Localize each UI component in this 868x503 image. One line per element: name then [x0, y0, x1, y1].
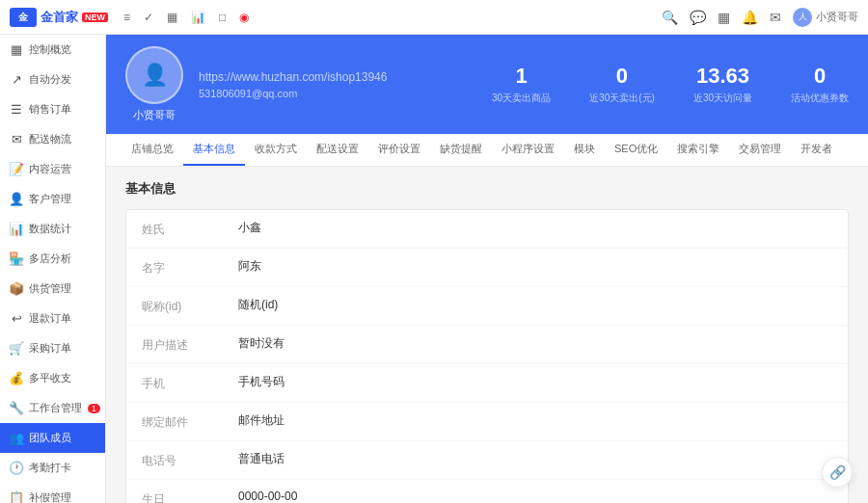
sidebar-label-customer: 客户管理: [29, 192, 71, 206]
stat-revenue-label: 近30天卖出(元): [589, 92, 655, 105]
sidebar-item-shipping[interactable]: ✉ 配送物流: [0, 124, 105, 154]
stat-visits-value: 13.63: [693, 64, 752, 89]
sidebar-item-member[interactable]: 👥 团队成员: [0, 423, 105, 453]
sidebar-label-content: 内容运营: [29, 162, 71, 176]
sidebar-item-customer[interactable]: 👤 客户管理: [0, 184, 105, 214]
form-row-birthday: 生日 0000-00-00: [126, 480, 848, 503]
sidebar-item-data[interactable]: 📊 数据统计: [0, 214, 105, 244]
form-row-phone: 手机 手机号码: [126, 364, 848, 403]
search-icon[interactable]: 🔍: [662, 10, 678, 25]
sidebar-label-refund: 退款订单: [29, 311, 71, 326]
nav-circle[interactable]: ◉: [239, 11, 249, 24]
bell-icon[interactable]: 🔔: [742, 10, 758, 25]
profile-info: https://www.huzhan.com/ishop13946 531806…: [199, 70, 476, 99]
form-row-description: 用户描述 暂时没有: [126, 326, 848, 364]
stat-visits-label: 近30天访问量: [693, 92, 752, 105]
email-icon[interactable]: ✉: [770, 10, 781, 25]
float-action-btn[interactable]: 🔗: [822, 457, 853, 488]
supplement-icon: 📋: [10, 491, 23, 504]
tab-search[interactable]: 搜索引擎: [667, 134, 729, 166]
member-icon: 👥: [10, 432, 23, 445]
sidebar-item-supplement[interactable]: 📋 补假管理: [0, 483, 105, 503]
sidebar-item-multistore[interactable]: 🏪 多店分析: [0, 244, 105, 274]
value-tel: 普通电话: [238, 451, 832, 467]
profile-url: https://www.huzhan.com/ishop13946: [199, 70, 476, 84]
sidebar-item-content[interactable]: 📝 内容运营: [0, 154, 105, 184]
user-avatar: 人: [793, 8, 812, 27]
tab-overview[interactable]: 店铺总览: [122, 134, 183, 166]
workbench-badge: 1: [88, 404, 100, 413]
topbar-user[interactable]: 人 小贤哥哥: [793, 8, 858, 27]
label-phone: 手机: [142, 374, 238, 392]
value-email: 邮件地址: [238, 412, 832, 429]
tab-comment[interactable]: 评价设置: [368, 134, 430, 166]
logo[interactable]: 金 金首家 NEW: [10, 8, 108, 27]
form-row-nickname: 昵称(id) 随机(id): [126, 287, 848, 326]
logo-icon: 金: [10, 8, 37, 27]
grid-icon[interactable]: ▦: [718, 10, 730, 25]
stat-sold-value: 1: [492, 64, 551, 89]
finance-icon: 💰: [10, 372, 23, 385]
main-layout: ▦ 控制概览 ↗ 自动分发 ☰ 销售订单 ✉ 配送物流 📝 内容运营 👤 客户管…: [0, 35, 868, 503]
sidebar-item-order[interactable]: ☰ 销售订单: [0, 94, 105, 124]
sidebar-item-refund[interactable]: ↩ 退款订单: [0, 304, 105, 333]
topbar-nav: ≡ ✓ ▦ 📊 □ ◉: [123, 11, 249, 24]
value-phone: 手机号码: [238, 374, 832, 390]
sidebar-item-purchase[interactable]: 🛒 采购订单: [0, 333, 105, 363]
avatar: 👤: [125, 46, 183, 104]
sidebar-item-workbench[interactable]: 🔧 工作台管理 1: [0, 393, 105, 423]
topbar: 金 金首家 NEW ≡ ✓ ▦ 📊 □ ◉ 🔍 💬 ▦ 🔔 ✉ 人 小贤哥哥: [0, 0, 868, 35]
form-row-lastname: 姓氏 小鑫: [126, 210, 848, 249]
sidebar-label-data: 数据统计: [29, 222, 71, 236]
content-icon: 📝: [10, 163, 23, 176]
customer-icon: 👤: [10, 193, 23, 206]
tab-payment[interactable]: 收款方式: [245, 134, 307, 166]
stat-coupons-label: 活动优惠券数: [791, 92, 849, 105]
nav-check[interactable]: ✓: [144, 11, 153, 24]
tab-dev[interactable]: 开发者: [791, 134, 842, 166]
stat-sold-label: 30天卖出商品: [492, 92, 551, 105]
profile-email: 531806091@qq.com: [199, 88, 476, 99]
sidebar-item-timecard[interactable]: 🕐 考勤打卡: [0, 453, 105, 483]
form-row-tel: 电话号 普通电话: [126, 441, 848, 480]
sidebar-label-supplement: 补假管理: [29, 490, 71, 503]
value-birthday: 0000-00-00: [238, 490, 832, 503]
nav-chart[interactable]: 📊: [191, 11, 205, 24]
value-lastname: 小鑫: [238, 220, 832, 236]
label-birthday: 生日: [142, 490, 238, 503]
label-lastname: 姓氏: [142, 220, 238, 238]
message-icon[interactable]: 💬: [690, 10, 706, 25]
sidebar-label-auto: 自动分发: [29, 72, 71, 87]
tab-delivery[interactable]: 配送设置: [307, 134, 368, 166]
content-area: 👤 小贤哥哥 https://www.huzhan.com/ishop13946…: [106, 35, 868, 503]
form-row-firstname: 名字 阿东: [126, 249, 848, 287]
value-description: 暂时没有: [238, 335, 832, 352]
sidebar-label-purchase: 采购订单: [29, 341, 71, 356]
form-row-email: 绑定邮件 邮件地址: [126, 403, 848, 441]
value-nickname: 随机(id): [238, 297, 832, 313]
nav-grid[interactable]: ▦: [167, 11, 177, 24]
form-content: 基本信息 姓氏 小鑫 名字 阿东 昵称(id) 随机(id) 用户描述 暂时没有: [106, 167, 868, 503]
sidebar-item-overview[interactable]: ▦ 控制概览: [0, 35, 105, 65]
tab-stock[interactable]: 缺货提醒: [430, 134, 492, 166]
multistore-icon: 🏪: [10, 252, 23, 266]
tab-basic[interactable]: 基本信息: [183, 134, 245, 166]
stat-revenue-value: 0: [589, 64, 655, 89]
profile-stats: 1 30天卖出商品 0 近30天卖出(元) 13.63 近30天访问量 0 活动…: [492, 64, 849, 104]
logo-text: 金首家: [41, 9, 78, 26]
label-nickname: 昵称(id): [142, 297, 238, 315]
purchase-icon: 🛒: [10, 342, 23, 356]
stat-coupons: 0 活动优惠券数: [791, 64, 849, 104]
workbench-icon: 🔧: [10, 402, 23, 415]
nav-square[interactable]: □: [219, 11, 226, 24]
tab-seo[interactable]: SEO优化: [605, 134, 667, 166]
nav-menu[interactable]: ≡: [123, 11, 130, 24]
tab-module[interactable]: 模块: [564, 134, 605, 166]
logo-badge: NEW: [82, 13, 108, 22]
tab-mini[interactable]: 小程序设置: [492, 134, 564, 166]
sidebar-item-finance[interactable]: 💰 多平收支: [0, 363, 105, 393]
sidebar-label-member: 团队成员: [29, 431, 71, 445]
tab-trade[interactable]: 交易管理: [729, 134, 791, 166]
sidebar-item-auto[interactable]: ↗ 自动分发: [0, 65, 105, 94]
sidebar-item-supplier[interactable]: 📦 供货管理: [0, 274, 105, 304]
